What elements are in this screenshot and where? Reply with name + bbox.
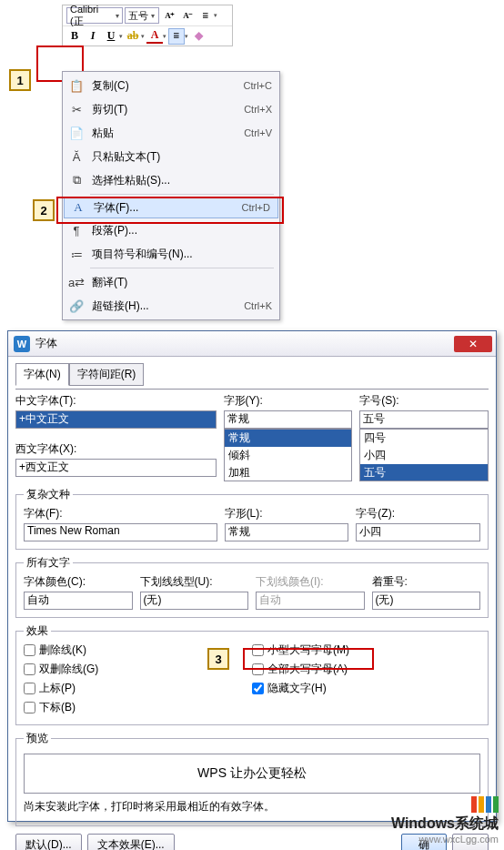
bold-button[interactable]: B: [66, 28, 83, 45]
menu-separator: [90, 268, 274, 268]
watermark-url: www.wxcLgg.com: [391, 834, 499, 845]
font-family-combo[interactable]: Calibri (正▾: [66, 7, 123, 24]
style-listbox[interactable]: 常规 倾斜 加粗: [224, 429, 353, 481]
complex-script-group: 复杂文种 字体(F):Times New Roman 字形(L):常规 字号(Z…: [15, 487, 489, 550]
complex-font-select[interactable]: Times New Roman: [24, 523, 217, 541]
effects-group: 效果 删除线(K) 小型大写字母(M) 双删除线(G) 全部大写字母(A) 上标…: [15, 623, 489, 725]
shrink-font-button[interactable]: A⁻: [179, 7, 196, 24]
context-menu: 📋复制(C)Ctrl+C ✂剪切(T)Ctrl+X 📄粘贴Ctrl+V Ă只粘贴…: [62, 71, 280, 320]
complex-style-select[interactable]: 常规: [225, 523, 349, 541]
underline-color-select[interactable]: 自动: [256, 592, 365, 610]
style-label: 字形(Y):: [224, 393, 353, 409]
list-item: 五号: [360, 464, 488, 481]
translate-icon: a⇄: [68, 276, 85, 289]
paste-special-icon: ⧉: [68, 173, 85, 187]
underline-button[interactable]: U: [103, 28, 119, 45]
hidden-text-checkbox[interactable]: 隐藏文字(H): [252, 681, 480, 696]
menu-item-copy[interactable]: 📋复制(C)Ctrl+C: [63, 74, 279, 97]
default-button[interactable]: 默认(D)...: [15, 834, 82, 850]
menu-item-hyperlink[interactable]: 🔗超链接(H)...Ctrl+K: [63, 294, 279, 318]
font-dialog: W 字体 ✕ 字体(N) 字符间距(R) 中文字体(T): +中文正文 西文字体…: [7, 330, 497, 822]
emphasis-select[interactable]: (无): [372, 592, 481, 610]
menu-separator: [90, 194, 274, 195]
text-effects-button[interactable]: 文本效果(E)...: [87, 834, 175, 850]
west-font-select[interactable]: +西文正文: [15, 459, 217, 477]
formatting-toolbar: Calibri (正▾ 五号▾ A⁺ A⁻ ≡▾ B I U▾ ab▾ A▾ ≡…: [62, 5, 233, 46]
cn-font-label: 中文字体(T):: [15, 393, 217, 409]
emphasis-label: 着重号:: [372, 574, 481, 590]
underline-color-label: 下划线颜色(I):: [256, 574, 365, 590]
paragraph-icon: ¶: [68, 224, 85, 238]
menu-item-paste-special[interactable]: ⧉选择性粘贴(S)...: [63, 168, 279, 192]
effects-legend: 效果: [24, 623, 51, 639]
menu-item-paste[interactable]: 📄粘贴Ctrl+V: [63, 121, 279, 145]
cn-font-select[interactable]: +中文正文: [15, 410, 217, 429]
italic-button[interactable]: I: [85, 28, 101, 45]
grow-font-button[interactable]: A⁺: [161, 7, 177, 24]
complex-size-label: 字号(Z):: [356, 506, 480, 521]
list-item: 倾斜: [225, 447, 352, 464]
step-label-2: 2: [33, 199, 55, 221]
complex-style-label: 字形(L):: [225, 506, 349, 521]
font-size-combo[interactable]: 五号▾: [125, 7, 159, 24]
superscript-checkbox[interactable]: 上标(P): [24, 681, 252, 696]
preview-legend: 预览: [24, 731, 51, 746]
west-font-label: 西文字体(X):: [15, 441, 217, 457]
eraser-button[interactable]: ◆: [190, 28, 207, 45]
preview-box: WPS 让办公更轻松: [24, 754, 480, 794]
watermark-title: Windows系统城: [391, 815, 499, 834]
step-label-3: 3: [207, 648, 229, 670]
paste-icon: 📄: [68, 126, 85, 140]
dialog-titlebar: W 字体 ✕: [8, 331, 496, 357]
complex-legend: 复杂文种: [24, 487, 73, 502]
tab-char-spacing[interactable]: 字符间距(R): [69, 363, 145, 386]
list-item: 小四: [360, 447, 488, 464]
underline-style-select[interactable]: (无): [140, 592, 249, 610]
callout-box-2: [56, 197, 284, 224]
copy-icon: 📋: [68, 79, 85, 93]
align-button[interactable]: ≡: [168, 28, 185, 45]
font-color-label: 字体颜色(C):: [24, 574, 133, 590]
underline-style-label: 下划线线型(U):: [140, 574, 249, 590]
paste-text-icon: Ă: [68, 150, 85, 164]
subscript-checkbox[interactable]: 下标(B): [24, 700, 252, 715]
all-text-group: 所有文字 字体颜色(C):自动 下划线线型(U):(无) 下划线颜色(I):自动…: [15, 555, 489, 618]
highlight-button[interactable]: ab: [125, 28, 141, 45]
watermark: Windows系统城 www.wxcLgg.com: [391, 796, 499, 845]
close-button[interactable]: ✕: [454, 336, 492, 352]
menu-item-cut[interactable]: ✂剪切(T)Ctrl+X: [63, 97, 279, 121]
menu-item-translate[interactable]: a⇄翻译(T): [63, 270, 279, 294]
font-color-button[interactable]: A: [146, 29, 163, 44]
list-item: 加粗: [225, 464, 352, 481]
font-color-select[interactable]: 自动: [24, 592, 133, 610]
hyperlink-icon: 🔗: [68, 299, 85, 313]
list-item: 常规: [225, 430, 352, 447]
menu-item-paste-text[interactable]: Ă只粘贴文本(T): [63, 145, 279, 168]
list-item: 四号: [360, 430, 488, 447]
dialog-title: 字体: [35, 336, 57, 351]
bullets-icon: ≔: [68, 248, 85, 261]
all-text-legend: 所有文字: [24, 555, 73, 571]
size-listbox[interactable]: 四号 小四 五号: [359, 429, 489, 481]
app-icon: W: [14, 336, 30, 352]
style-input[interactable]: 常规: [224, 410, 353, 429]
complex-font-label: 字体(F):: [24, 506, 217, 521]
tab-font[interactable]: 字体(N): [15, 363, 69, 386]
menu-item-bullets[interactable]: ≔项目符号和编号(N)...: [63, 242, 279, 266]
step-label-1: 1: [9, 69, 31, 91]
line-spacing-button[interactable]: ≡: [197, 7, 214, 24]
cut-icon: ✂: [68, 103, 85, 116]
size-label: 字号(S):: [359, 393, 489, 409]
size-input[interactable]: 五号: [359, 410, 489, 429]
callout-box-3: [243, 648, 374, 670]
complex-size-select[interactable]: 小四: [356, 523, 480, 541]
